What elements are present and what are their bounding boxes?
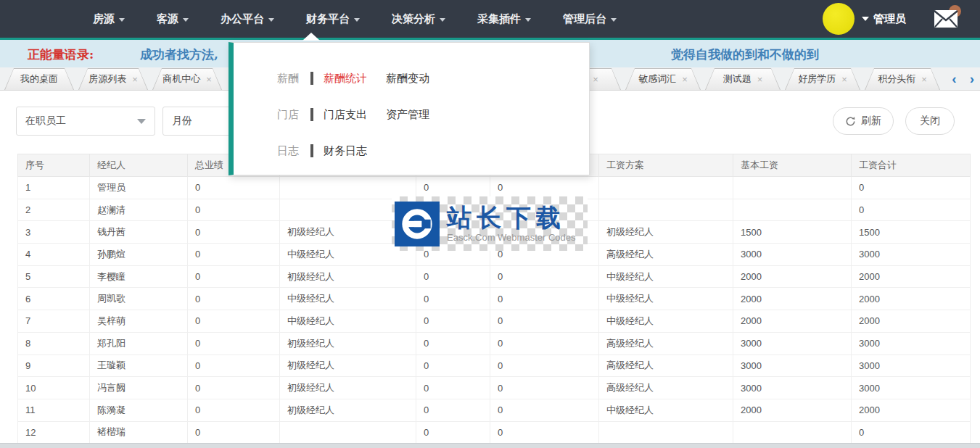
nav-item-label: 房源 (93, 12, 115, 26)
table-cell (733, 199, 852, 221)
close-icon[interactable]: × (921, 75, 927, 84)
table-cell: 吴梓萌 (90, 310, 188, 333)
table-row[interactable]: 8郑孔阳0初级经纪人00高级经纪人30003000 (18, 332, 971, 354)
tab-我的桌面[interactable]: 我的桌面 (4, 68, 74, 90)
table-cell: 中级经纪人 (280, 288, 416, 310)
table-cell: 3000 (733, 332, 852, 354)
table-row[interactable]: 7吴梓萌0中级经纪人00中级经纪人20002000 (18, 310, 971, 333)
user-name[interactable]: 管理员 (873, 12, 906, 26)
watermark-subtitle: Easck.Com Webmaster Codes (447, 232, 576, 243)
table-cell: 管理员 (90, 177, 188, 199)
table-cell: 0 (188, 265, 280, 288)
table-cell: 10 (18, 377, 90, 399)
table-cell: 钱丹茜 (90, 221, 188, 244)
nav-item[interactable]: 客源 (141, 0, 205, 38)
group-divider (310, 108, 313, 121)
tab-title: 我的桌面 (20, 72, 58, 86)
table-row[interactable]: 12褚楷瑞0000 (18, 421, 971, 444)
top-navbar: 房源客源办公平台财务平台决策分析采集插件管理后台 管理员 (0, 0, 980, 40)
mail-button[interactable] (934, 8, 960, 30)
tab-积分头衔[interactable]: 积分头衔× (865, 68, 940, 90)
table-cell: 0 (416, 421, 490, 444)
nav-item[interactable]: 采集插件 (461, 0, 547, 38)
table-cell: 中级经纪人 (280, 310, 416, 333)
table-cell: 0 (188, 288, 280, 310)
table-cell: 冯言阙 (90, 377, 188, 399)
table-cell: 3 (18, 221, 90, 244)
tab-scroll-left-button[interactable]: ‹ (952, 70, 956, 88)
quote-text-left: 成功者找方法, (140, 46, 218, 63)
table-row[interactable]: 5李樱瞳0初级经纪人00中级经纪人20002000 (18, 265, 971, 288)
table-cell: 初级经纪人 (280, 332, 416, 354)
tab-label: 敏感词汇× (625, 68, 701, 90)
table-cell: 0 (490, 377, 599, 399)
close-icon[interactable]: × (206, 75, 212, 84)
employee-status-select[interactable]: 在职员工 (16, 107, 155, 136)
table-cell: 0 (852, 177, 971, 199)
table-cell: 陈漪凝 (90, 399, 188, 421)
tab-label: 好房学历× (785, 68, 860, 90)
menu-item-财务日志[interactable]: 财务日志 (324, 144, 367, 158)
close-button[interactable]: 关闭 (905, 107, 955, 135)
close-icon[interactable]: × (682, 75, 688, 84)
table-cell: 赵澜清 (90, 199, 188, 221)
tab-label: 房源列表× (78, 68, 148, 90)
table-cell (280, 177, 416, 199)
group-divider (310, 144, 313, 157)
close-icon[interactable]: × (841, 75, 847, 84)
refresh-button[interactable]: 刷新 (833, 107, 894, 135)
column-header: 工资方案 (599, 154, 733, 177)
table-cell: 0 (416, 177, 490, 199)
menu-group-label: 日志 (277, 144, 305, 158)
nav-item[interactable]: 房源 (77, 0, 141, 38)
table-row[interactable]: 11陈漪凝0初级经纪人00中级经纪人20002000 (18, 399, 971, 421)
nav-item-label: 财务平台 (306, 12, 350, 26)
tabs-left-group: 我的桌面房源列表×商机中心× (4, 68, 222, 90)
watermark-title: 站长下载 (447, 204, 576, 231)
month-placeholder: 月份 (172, 115, 192, 128)
menu-group-label: 门店 (277, 108, 305, 122)
nav-user-area: 管理员 (823, 0, 960, 38)
horizontal-scrollbar[interactable] (0, 443, 980, 448)
tab-商机中心[interactable]: 商机中心× (152, 68, 222, 90)
column-header: 序号 (18, 154, 90, 177)
user-avatar[interactable] (823, 3, 855, 35)
menu-item-门店支出[interactable]: 门店支出 (324, 108, 367, 122)
table-cell: 3000 (852, 244, 971, 266)
close-icon[interactable]: × (593, 75, 598, 84)
tab-好房学历[interactable]: 好房学历× (785, 68, 860, 90)
menu-group-label: 薪酬 (277, 72, 305, 86)
table-row[interactable]: 10冯言阙0初级经纪人00高级经纪人30003000 (18, 377, 971, 399)
menu-item-薪酬统计[interactable]: 薪酬统计 (324, 72, 367, 86)
chevron-down-icon (354, 18, 360, 22)
close-icon[interactable]: × (757, 75, 763, 84)
tab-测试题[interactable]: 测试题× (705, 68, 781, 90)
table-cell: 2000 (852, 399, 971, 421)
table-cell (733, 177, 852, 199)
table-row[interactable]: 1管理员0000 (18, 177, 971, 199)
tab-敏感词汇[interactable]: 敏感词汇× (625, 68, 701, 90)
tab-scroll-controls: ‹ › (952, 70, 974, 88)
table-row[interactable]: 6周凯歌0中级经纪人00中级经纪人20002000 (18, 288, 971, 310)
table-cell: 初级经纪人 (599, 221, 733, 244)
menu-item-薪酬变动[interactable]: 薪酬变动 (386, 72, 429, 86)
table-cell: 王璇颖 (90, 354, 188, 377)
menu-item-资产管理[interactable]: 资产管理 (386, 108, 429, 122)
column-header: 基本工资 (733, 154, 852, 177)
nav-item[interactable]: 决策分析 (376, 0, 461, 38)
table-cell: 0 (188, 310, 280, 333)
table-cell: 0 (490, 177, 599, 199)
tab-房源列表[interactable]: 房源列表× (78, 68, 148, 90)
close-icon[interactable]: × (132, 75, 138, 84)
table-cell: 9 (18, 354, 90, 377)
refresh-label: 刷新 (861, 115, 881, 128)
tab-scroll-right-button[interactable]: › (970, 70, 974, 88)
tab-title: 敏感词汇 (638, 72, 676, 86)
nav-item[interactable]: 办公平台 (205, 0, 290, 38)
table-row[interactable]: 9王璇颖0初级经纪人00高级经纪人30003000 (18, 354, 971, 377)
nav-item-label: 管理后台 (563, 12, 606, 26)
finance-dropdown-menu: 薪酬薪酬统计薪酬变动门店门店支出资产管理日志财务日志 (228, 42, 590, 175)
nav-item[interactable]: 管理后台 (547, 0, 633, 38)
menu-group-薪酬: 薪酬薪酬统计薪酬变动 (234, 60, 589, 96)
tab-label: 积分头衔× (865, 68, 940, 90)
